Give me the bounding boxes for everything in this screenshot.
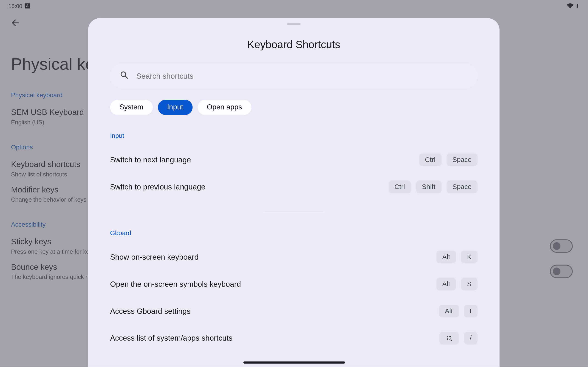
svg-point-5 [450,339,451,340]
tab-system[interactable]: System [110,100,153,115]
key-s: S [461,278,477,290]
section-header-gboard: Gboard [110,229,477,236]
key-slash: / [464,332,477,344]
shortcut-row-gboard-settings: Access Gboard settings Alt I [110,305,477,317]
key-action-icon [439,332,459,344]
drag-handle[interactable] [287,23,301,25]
shortcut-label: Open the on-screen symbols keyboard [110,280,241,289]
shortcut-label: Switch to previous language [110,182,205,191]
key-alt: Alt [439,305,459,317]
tab-input[interactable]: Input [158,100,192,115]
key-space: Space [447,181,477,193]
search-icon [120,70,130,82]
search-field[interactable] [110,63,477,89]
keyboard-shortcuts-sheet: Keyboard Shortcuts System Input Open app… [88,18,499,367]
key-alt: Alt [436,251,456,263]
tab-open-apps[interactable]: Open apps [198,100,251,115]
shortcut-row-show-keyboard: Show on-screen keyboard Alt K [110,251,477,263]
key-shift: Shift [416,181,441,193]
shortcut-row-symbols-keyboard: Open the on-screen symbols keyboard Alt … [110,278,477,290]
shortcut-label: Switch to next language [110,155,191,164]
nav-bar-pill[interactable] [243,361,345,364]
shortcut-row-next-language: Switch to next language Ctrl Space [110,153,477,166]
key-k: K [461,251,477,263]
key-ctrl: Ctrl [419,153,441,166]
svg-line-6 [451,340,451,341]
shortcut-row-prev-language: Switch to previous language Ctrl Shift S… [110,181,477,193]
shortcut-label: Access list of system/apps shortcuts [110,334,233,343]
key-space: Space [447,153,477,166]
shortcut-label: Access Gboard settings [110,307,190,316]
section-divider [263,212,325,212]
key-i: I [464,305,477,317]
modal-title: Keyboard Shortcuts [88,39,499,51]
key-ctrl: Ctrl [389,181,411,193]
svg-point-2 [447,336,448,337]
shortcut-label: Show on-screen keyboard [110,252,199,261]
svg-point-4 [447,338,448,340]
section-header-input: Input [110,132,477,139]
svg-point-3 [449,336,451,337]
shortcut-row-system-apps-list: Access list of system/apps shortcuts / [110,332,477,344]
key-alt: Alt [436,278,456,290]
search-input[interactable] [136,72,468,81]
